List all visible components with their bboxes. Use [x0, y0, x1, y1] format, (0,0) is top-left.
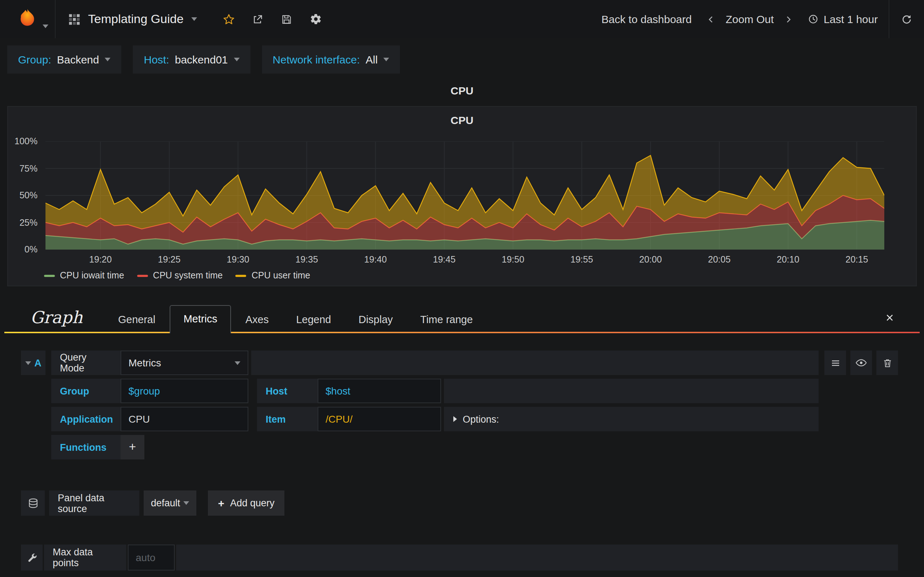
row-filler [251, 351, 819, 375]
clock-icon [808, 14, 819, 24]
metrics-tab-content: A Query Mode Metrics Group [0, 333, 924, 459]
application-input[interactable] [121, 407, 248, 431]
tab-axes[interactable]: Axes [233, 307, 282, 332]
y-tick-label: 0% [24, 245, 37, 255]
legend-color-dash [44, 274, 55, 277]
database-icon [21, 490, 45, 516]
query-letter: A [34, 357, 42, 368]
query-row-functions: Functions + [51, 435, 819, 459]
top-navbar: Templating Guide Back to dashboard Zoom … [0, 0, 924, 38]
row-filler [176, 545, 898, 571]
x-tick-label: 19:45 [433, 255, 456, 265]
time-range-picker[interactable]: Last 1 hour [797, 0, 888, 38]
max-data-points-row: Max data points [21, 545, 898, 571]
menu-icon[interactable] [824, 351, 846, 375]
query-row-application-item: Application Item Options: [51, 407, 819, 431]
wrench-icon [21, 545, 43, 571]
caret-down-icon [192, 17, 197, 21]
variable-label: Group: [18, 53, 51, 66]
chart-legend: CPU iowait timeCPU system timeCPU user t… [44, 271, 310, 280]
variable-dropdown-networkinterface[interactable]: Network interface:All [262, 45, 400, 74]
chart-svg [45, 141, 884, 250]
tab-metrics[interactable]: Metrics [170, 305, 231, 333]
settings-gear-icon[interactable] [301, 0, 330, 38]
options-caret-icon [453, 416, 457, 422]
query-mode-select[interactable]: Metrics [121, 351, 248, 375]
max-data-points-input[interactable] [128, 545, 175, 571]
y-tick-label: 100% [15, 136, 37, 147]
panel-title[interactable]: CPU [0, 84, 924, 97]
panel-datasource-row: Panel data source default + Add query [21, 490, 898, 516]
save-icon[interactable] [273, 0, 301, 38]
tab-time-range[interactable]: Time range [407, 307, 486, 332]
star-icon[interactable] [215, 0, 244, 38]
grafana-flame-icon [15, 7, 40, 31]
variable-value: backend01 [175, 53, 228, 66]
template-variable-row: Group:BackendHost:backend01Network inter… [0, 38, 924, 74]
y-tick-label: 75% [19, 163, 37, 174]
x-tick-label: 20:05 [708, 255, 731, 265]
tab-legend[interactable]: Legend [283, 307, 344, 332]
y-axis-labels: 0%25%50%75%100% [8, 141, 43, 250]
group-label: Group [51, 379, 121, 403]
panel-editor-header: Graph GeneralMetricsAxesLegendDisplayTim… [0, 305, 924, 332]
caret-down-icon [43, 24, 48, 28]
caret-down-icon [383, 58, 389, 61]
item-label: Item [257, 407, 318, 431]
x-tick-label: 20:15 [846, 255, 868, 265]
close-icon[interactable] [884, 312, 895, 325]
legend-item[interactable]: CPU system time [137, 271, 223, 280]
chevron-right-icon[interactable] [780, 0, 797, 38]
graph-title: CPU [8, 114, 916, 126]
query-row-a: A Query Mode Metrics [21, 351, 898, 375]
host-input[interactable] [318, 379, 441, 403]
chevron-left-icon[interactable] [703, 0, 720, 38]
panel-type-label: Graph [0, 308, 105, 332]
application-label: Application [51, 407, 121, 431]
trash-icon[interactable] [876, 351, 898, 375]
tab-general[interactable]: General [105, 307, 168, 332]
share-icon[interactable] [244, 0, 273, 38]
add-function-button[interactable]: + [121, 435, 144, 459]
query-collapse-toggle[interactable]: A [21, 351, 45, 375]
variable-dropdown-group[interactable]: Group:Backend [7, 45, 121, 74]
host-label: Host [257, 379, 318, 403]
collapse-caret-icon [25, 361, 31, 364]
x-tick-label: 20:10 [777, 255, 800, 265]
legend-item[interactable]: CPU user time [236, 271, 310, 280]
legend-label: CPU iowait time [60, 271, 124, 280]
back-to-dashboard-button[interactable]: Back to dashboard [591, 0, 703, 38]
add-query-button[interactable]: + Add query [208, 490, 285, 516]
variable-value: Backend [57, 53, 99, 66]
x-tick-label: 19:50 [502, 255, 525, 265]
panel-datasource-label: Panel data source [49, 490, 139, 516]
navbar-right: Back to dashboard Zoom Out Last 1 hour [591, 0, 924, 38]
zoom-out-button[interactable]: Zoom Out [720, 0, 780, 38]
refresh-icon[interactable] [889, 0, 924, 38]
tab-display[interactable]: Display [346, 307, 406, 332]
variable-label: Host: [144, 53, 169, 66]
x-tick-label: 19:25 [158, 255, 181, 265]
dashboard-picker[interactable]: Templating Guide [56, 0, 215, 38]
variable-label: Network interface: [273, 53, 360, 66]
legend-item[interactable]: CPU iowait time [44, 271, 124, 280]
dashboard-title: Templating Guide [88, 12, 184, 26]
x-axis-labels: 19:2019:2519:3019:3519:4019:4519:5019:55… [45, 250, 884, 264]
graph-panel: CPU 0%25%50%75%100% 19:2019:2519:3019:35… [7, 106, 917, 286]
legend-color-dash [236, 274, 247, 277]
options-toggle[interactable]: Options: [444, 407, 819, 431]
legend-label: CPU user time [252, 271, 310, 280]
grafana-logo[interactable] [0, 0, 56, 38]
caret-down-icon [105, 58, 110, 61]
eye-icon[interactable] [850, 351, 872, 375]
chart-plot-area[interactable]: 19:2019:2519:3019:3519:4019:4519:5019:55… [45, 141, 884, 250]
row-filler [444, 379, 819, 403]
variable-dropdown-host[interactable]: Host:backend01 [133, 45, 250, 74]
x-tick-label: 20:00 [639, 255, 662, 265]
datasource-select[interactable]: default [144, 490, 196, 516]
dashboard-grid-icon [69, 13, 80, 25]
query-mode-label: Query Mode [51, 351, 121, 375]
x-tick-label: 19:30 [227, 255, 249, 265]
group-input[interactable] [121, 379, 248, 403]
item-input[interactable] [318, 407, 441, 431]
